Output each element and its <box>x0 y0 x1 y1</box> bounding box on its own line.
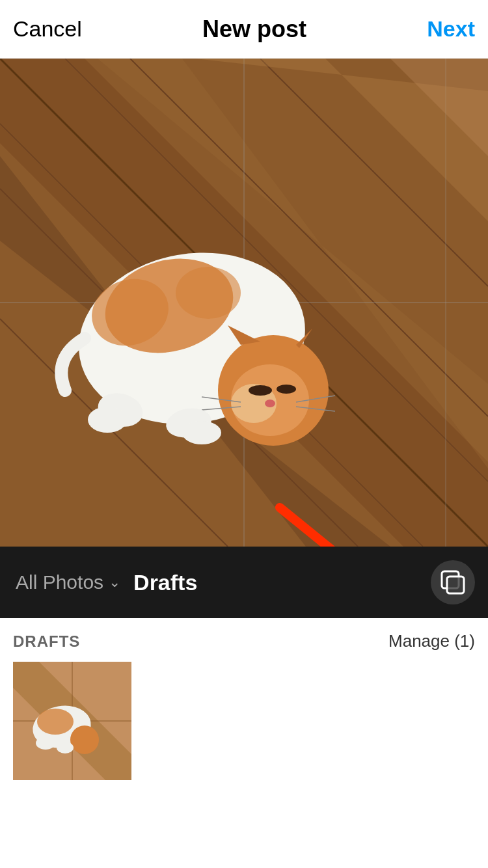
svg-point-60 <box>36 737 55 750</box>
svg-point-46 <box>88 407 127 433</box>
current-album-label: Drafts <box>133 570 197 595</box>
multi-select-button[interactable] <box>431 560 475 604</box>
cat-photo-svg <box>0 59 488 547</box>
photo-selector-bar: All Photos ⌄ Drafts <box>0 547 488 618</box>
cancel-button[interactable]: Cancel <box>13 16 82 42</box>
drafts-section-title: DRAFTS <box>13 632 80 651</box>
svg-point-48 <box>182 421 221 444</box>
svg-rect-52 <box>447 576 464 593</box>
draft-thumbnail[interactable] <box>13 662 131 780</box>
svg-point-61 <box>57 742 74 753</box>
svg-point-59 <box>37 709 74 735</box>
next-button[interactable]: Next <box>427 16 475 42</box>
drafts-header: DRAFTS Manage (1) <box>13 631 475 651</box>
image-canvas <box>0 59 488 547</box>
svg-point-38 <box>249 385 272 396</box>
svg-point-58 <box>70 726 99 754</box>
page-title: New post <box>202 16 306 43</box>
manage-button[interactable]: Manage (1) <box>388 631 475 651</box>
album-name[interactable]: All Photos <box>16 571 103 593</box>
multi-select-icon <box>441 570 465 595</box>
svg-point-32 <box>176 267 241 319</box>
navigation-bar: Cancel New post Next <box>0 0 488 59</box>
svg-point-39 <box>277 385 296 394</box>
drafts-grid <box>13 662 475 780</box>
drafts-section: DRAFTS Manage (1) <box>0 618 488 780</box>
main-image-preview <box>0 59 488 547</box>
draft-thumb-image <box>13 662 131 780</box>
chevron-down-icon: ⌄ <box>109 574 120 591</box>
svg-point-40 <box>265 400 275 407</box>
album-selector[interactable]: All Photos ⌄ <box>16 571 120 593</box>
